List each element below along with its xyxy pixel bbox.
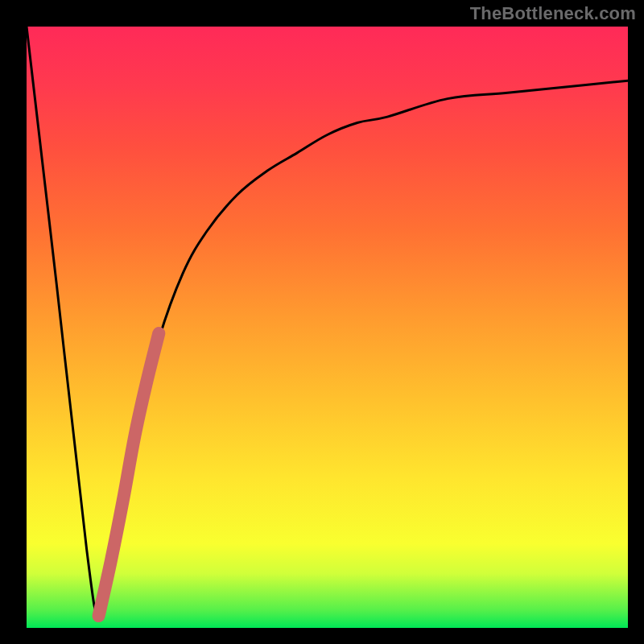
bottleneck-curve-svg [27,27,628,628]
highlight-segment-path [99,333,159,616]
chart-frame: TheBottleneck.com [0,0,644,644]
watermark-label: TheBottleneck.com [470,3,636,24]
